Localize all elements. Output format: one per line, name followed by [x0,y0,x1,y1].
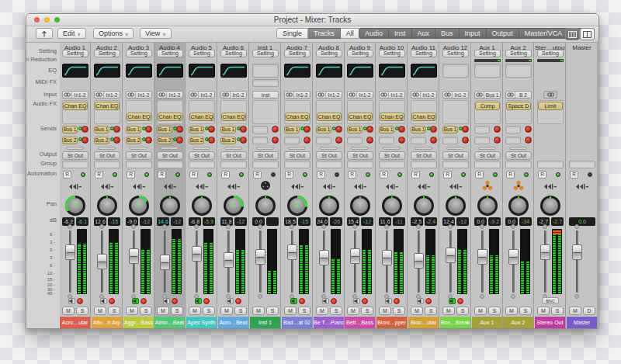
automation-mode-button[interactable]: R [95,171,103,179]
input-monitor-button[interactable] [290,298,297,304]
send-spare-slot[interactable] [478,147,496,150]
input-monitor-button[interactable] [322,298,329,304]
group-slot[interactable] [220,161,247,168]
send-level-knob[interactable] [208,126,215,133]
setting-button[interactable]: Setting [474,50,501,57]
eq-thumbnail[interactable] [316,64,342,78]
automation-mode-button[interactable]: R [475,171,484,179]
strip-name[interactable]: Master [567,44,597,51]
pan-knob[interactable] [255,196,276,216]
fx-slot-chan-eq[interactable]: Chan EQ [95,102,120,110]
send-level-knob[interactable] [176,126,183,133]
solo-button[interactable]: S [393,307,405,315]
volume-fader[interactable] [129,248,139,264]
mute-button[interactable]: M [189,307,201,315]
bounce-button[interactable]: BNC [542,297,559,304]
record-enable-button[interactable] [141,298,147,304]
send-slot[interactable]: Bus 1 [442,126,458,133]
input-slot[interactable]: In1-2 [157,91,183,99]
pan-knob[interactable]: -58 [65,196,85,216]
input-monitor-button[interactable] [100,298,107,304]
fx-slot-chan-eq[interactable]: Chan EQ [380,113,404,121]
setting-button[interactable]: Setting [126,50,152,57]
eq-thumbnail[interactable] [62,64,88,78]
output-button[interactable]: St Out [284,151,310,160]
output-button[interactable]: St Out [252,151,279,160]
volume-fader[interactable] [382,250,392,265]
solo-button[interactable]: S [298,307,310,315]
solo-button[interactable]: S [519,307,532,315]
filter-master-vca[interactable]: Master/VCA [519,28,569,39]
automation-mode-button[interactable]: R [538,171,546,179]
output-button[interactable]: St Out [189,151,215,160]
input-slot[interactable]: In1-2 [126,91,152,99]
two-pane-view-button[interactable] [580,28,595,40]
filter-bus[interactable]: Bus [435,28,460,39]
pan-knob[interactable] [350,196,370,216]
mute-button[interactable]: M [505,307,518,315]
fx-slot-chan-eq[interactable]: Chan EQ [348,113,373,121]
setting-button[interactable]: Setting [62,50,88,57]
send-level-knob[interactable] [208,137,215,144]
send-slot-empty[interactable] [442,137,458,144]
volume-fader[interactable] [224,252,234,268]
track-name-label[interactable]: Bad…at 02 [282,317,312,328]
peak-value[interactable]: -5.9 [203,217,215,226]
peak-value[interactable]: -12 [171,217,183,226]
fx-slot-chan-eq[interactable]: Chan EQ [63,102,88,110]
track-name-label[interactable]: Apex Synth [186,317,217,328]
record-enable-button[interactable] [299,298,305,304]
track-name-label[interactable]: Aflo…h Arp [92,317,122,328]
eq-thumbnail[interactable] [284,64,310,78]
output-button[interactable]: St Out [442,151,469,160]
track-name-label[interactable]: Almo…Beat [154,317,185,328]
fx-slot-comp[interactable]: Comp [475,102,500,110]
track-name-label[interactable]: Inst 1 [250,317,280,328]
group-slot[interactable] [537,161,564,168]
record-enable-button[interactable] [77,298,83,304]
send-slot[interactable]: Bus 1 [379,126,394,133]
mute-button[interactable]: M [252,307,265,315]
peak-value[interactable]: -15 [298,217,310,226]
send-slot-empty[interactable] [379,137,394,144]
send-level-knob[interactable] [82,137,88,144]
input-slot[interactable]: In1-2 [379,91,405,99]
input-monitor-button[interactable] [385,298,392,304]
setting-button[interactable]: Setting [252,50,279,57]
fx-slot-chan-eq[interactable]: Chan EQ [317,113,342,121]
mute-button[interactable]: M [411,307,423,315]
automation-mode-button[interactable]: R [506,171,515,179]
record-enable-button[interactable] [172,298,178,304]
eq-slot[interactable] [442,64,469,78]
filter-input[interactable]: Input [460,28,487,39]
send-level-knob[interactable] [304,137,310,144]
midi-fx-slot[interactable] [252,79,279,87]
input-monitor-button[interactable] [449,298,456,304]
solo-button[interactable]: S [551,307,564,315]
record-enable-button[interactable] [425,298,432,304]
setting-button[interactable]: Setting [411,50,437,57]
peak-value[interactable]: -2.4 [425,217,437,226]
automation-mode-button[interactable]: R [253,171,262,179]
solo-button[interactable]: S [330,307,342,315]
input-slot[interactable]: In1-2 [284,91,310,99]
send-slot[interactable]: Bus 2 [94,137,109,144]
solo-button[interactable]: S [425,307,437,315]
output-button[interactable]: St Out [157,151,183,160]
edit-menu-button[interactable]: Edit∨ [57,28,86,39]
send-level-knob[interactable] [366,126,373,133]
send-level-knob[interactable] [304,126,310,133]
input-slot[interactable]: In1-2 [347,91,373,99]
eq-thumbnail[interactable] [126,64,152,78]
volume-fader[interactable] [287,244,297,260]
record-enable-button[interactable] [331,298,337,304]
send-level-knob[interactable] [113,126,120,133]
setting-button[interactable]: Setting [537,50,564,57]
eq-thumbnail[interactable] [347,64,373,78]
output-button[interactable]: St Out [505,151,532,160]
group-slot[interactable] [411,161,437,168]
mute-button[interactable]: M [347,307,359,315]
eq-thumbnail[interactable] [94,64,120,78]
send-spare-slot[interactable] [383,147,401,150]
input-monitor-button[interactable] [68,298,75,304]
